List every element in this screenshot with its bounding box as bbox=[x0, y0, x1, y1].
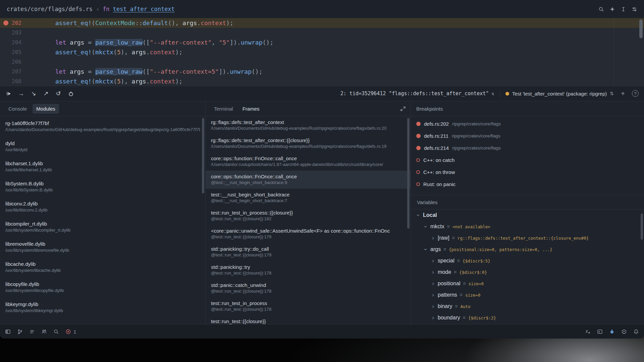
editor-controls-icon[interactable] bbox=[631, 6, 637, 12]
variable-row[interactable]: ›mkctx=<not available> bbox=[411, 221, 644, 232]
diagnostics-indicator[interactable]: 1 bbox=[65, 328, 76, 335]
breakpoint-item[interactable]: defs.rs:214ripgrep/crates/core/flags bbox=[411, 142, 644, 154]
restart-button[interactable]: ↺ bbox=[55, 90, 62, 97]
toggle-left-dock-icon[interactable] bbox=[5, 328, 11, 335]
stack-frame[interactable]: test::run_test::{{closure}} bbox=[206, 315, 411, 324]
module-item[interactable]: rg-1a60ff0cfe77f7bf/Users/danilo/Documen… bbox=[0, 117, 205, 137]
breakpoint-item[interactable]: defs.rs:211ripgrep/crates/core/flags bbox=[411, 130, 644, 142]
chevron-right-icon[interactable]: › bbox=[431, 303, 435, 310]
stack-frame[interactable]: std::panicking::try::do_call@test::run_t… bbox=[206, 243, 411, 261]
debug-session-icon[interactable] bbox=[621, 328, 627, 335]
line-gutter[interactable]: 203 bbox=[0, 28, 26, 38]
search-icon[interactable] bbox=[53, 328, 59, 335]
git-branch-icon[interactable] bbox=[17, 328, 23, 335]
variables-scrollbar[interactable] bbox=[641, 214, 643, 240]
breakpoint-item[interactable]: defs.rs:202ripgrep/crates/core/flags bbox=[411, 118, 644, 130]
code-line[interactable]: 202 assert_eq!(ContextMode::default(), a… bbox=[0, 18, 644, 28]
stack-frame[interactable]: std::panicking::try@test::run_test::{{cl… bbox=[206, 261, 411, 279]
stop-button[interactable] bbox=[67, 90, 74, 97]
stack-frame[interactable]: <core::panic::unwind_safe::AssertUnwindS… bbox=[206, 225, 411, 243]
breakpoint-item[interactable]: Rust: on panic bbox=[411, 178, 644, 190]
new-session-button[interactable]: + bbox=[619, 90, 627, 98]
code-line[interactable]: 207 let args = parse_low_raw(["--after-c… bbox=[0, 67, 644, 76]
line-gutter[interactable]: 206 bbox=[0, 57, 26, 67]
variable-row[interactable]: ›[raw]=rg::flags::defs::test_after_conte… bbox=[411, 232, 644, 244]
chevron-right-icon[interactable]: › bbox=[431, 269, 435, 276]
variable-row[interactable]: ›binary=Auto bbox=[411, 301, 644, 312]
variable-row[interactable]: ›special={$discr$:5} bbox=[411, 255, 644, 266]
chevron-down-icon[interactable]: › bbox=[422, 225, 429, 229]
session-indicator[interactable]: Test 'test_after_context' (package: ripg… bbox=[505, 91, 614, 97]
module-item[interactable]: libSystem.B.dylib/usr/lib/libSystem.B.dy… bbox=[0, 177, 205, 197]
variable-row[interactable]: ›mode={$discr$:0} bbox=[411, 266, 644, 278]
code-line[interactable]: 208 assert_eq!(mkctx(5), args.context); bbox=[0, 76, 644, 86]
stack-frame[interactable]: test::__rust_begin_short_backtrace@test:… bbox=[206, 189, 411, 207]
stack-frame[interactable]: test::run_test_in_process@test::run_test… bbox=[206, 297, 411, 315]
variable-row[interactable]: ›patterns=size=0 bbox=[411, 289, 644, 301]
chevron-right-icon[interactable]: › bbox=[431, 292, 435, 298]
stack-frame[interactable]: test::run_test_in_process::{{closure}}@t… bbox=[206, 207, 411, 225]
variable-row[interactable]: ›positional=size=0 bbox=[411, 278, 644, 289]
breadcrumb-file-path[interactable]: crates/core/flags/defs.rs bbox=[7, 6, 93, 12]
tab-modules[interactable]: Modules bbox=[33, 104, 59, 114]
variable-row[interactable]: ›boundary={$discr$:2} bbox=[411, 312, 644, 323]
breadcrumb[interactable]: crates/core/flags/defs.rs › fn test_afte… bbox=[7, 6, 175, 12]
help-button[interactable]: ? bbox=[632, 90, 639, 97]
step-over-button[interactable]: → bbox=[18, 90, 24, 97]
breadcrumb-symbol[interactable]: test_after_context bbox=[113, 6, 175, 12]
line-gutter[interactable]: 204 bbox=[0, 38, 26, 47]
stack-frame[interactable]: std::panic::catch_unwind@test::run_test:… bbox=[206, 279, 411, 297]
variable-row[interactable]: ›Local bbox=[411, 209, 644, 221]
step-into-button[interactable]: ↘ bbox=[30, 90, 37, 97]
chevron-right-icon[interactable]: › bbox=[431, 235, 435, 241]
assistant-sparkle-icon[interactable] bbox=[609, 6, 615, 12]
code-line[interactable]: 204 let args = parse_low_raw(["--after-c… bbox=[0, 38, 644, 47]
module-item[interactable]: libkeymgr.dylib/usr/lib/system/libkeymgr… bbox=[0, 298, 205, 318]
module-item[interactable]: libiconv.2.dylib/usr/lib/libiconv.2.dyli… bbox=[0, 197, 205, 218]
line-gutter[interactable]: 207 bbox=[0, 67, 26, 76]
stack-frame[interactable]: core::ops::function::FnOnce::call_once/U… bbox=[206, 153, 411, 171]
continue-button[interactable] bbox=[5, 90, 12, 97]
search-icon[interactable] bbox=[598, 6, 604, 12]
notifications-bell-icon[interactable] bbox=[633, 328, 639, 335]
module-item[interactable]: libcache.dylib/usr/lib/system/libcache.d… bbox=[0, 258, 205, 278]
line-gutter[interactable]: 205 bbox=[0, 47, 26, 57]
chevron-right-icon[interactable]: › bbox=[431, 257, 435, 264]
editor-scrollbar[interactable] bbox=[639, 19, 643, 38]
module-item[interactable]: dyld/usr/lib/dyld bbox=[0, 137, 205, 157]
module-item[interactable]: libcompiler_rt.dylib/usr/lib/system/libc… bbox=[0, 218, 205, 238]
module-item[interactable]: libcopyfile.dylib/usr/lib/system/libcopy… bbox=[0, 278, 205, 298]
chevron-right-icon[interactable]: › bbox=[431, 280, 435, 287]
variable-row[interactable]: ›args={positional:size=0, patterns:size=… bbox=[411, 244, 644, 255]
inline-assist-icon[interactable] bbox=[620, 6, 626, 12]
thread-selector[interactable]: 2: tid=35296412 "flags::defs::test_after… bbox=[340, 90, 494, 97]
code-line[interactable]: 203 bbox=[0, 28, 644, 38]
chevron-right-icon[interactable]: › bbox=[431, 314, 435, 321]
terminal-icon[interactable] bbox=[597, 328, 603, 335]
code-editor[interactable]: 202 assert_eq!(ContextMode::default(), a… bbox=[0, 18, 644, 86]
code-line[interactable]: 206 bbox=[0, 57, 644, 67]
breakpoint-dot[interactable] bbox=[3, 20, 8, 25]
collaborators-icon[interactable] bbox=[41, 328, 47, 335]
frames-scrollbar[interactable] bbox=[407, 118, 410, 229]
stack-frame[interactable]: rg::flags::defs::test_after_context/User… bbox=[206, 116, 411, 134]
line-gutter[interactable]: 208 bbox=[0, 76, 26, 86]
module-item[interactable]: libcharset.1.dylib/usr/lib/libcharset.1.… bbox=[0, 157, 205, 177]
chevron-down-icon[interactable]: › bbox=[422, 247, 429, 251]
breakpoint-item[interactable]: C++: on throw bbox=[411, 166, 644, 178]
tab-frames[interactable]: Frames bbox=[239, 104, 263, 114]
breakpoint-item[interactable]: C++: on catch bbox=[411, 154, 644, 166]
stack-frame[interactable]: core::ops::function::FnOnce::call_once@t… bbox=[206, 171, 411, 189]
tab-console[interactable]: Console bbox=[5, 104, 31, 114]
jump-to-icon[interactable] bbox=[585, 328, 591, 335]
modules-scrollbar[interactable] bbox=[202, 118, 204, 193]
chevron-down-icon[interactable]: › bbox=[415, 213, 422, 217]
task-list-icon[interactable] bbox=[29, 328, 35, 335]
expand-panel-icon[interactable] bbox=[400, 106, 406, 112]
line-gutter[interactable]: 202 bbox=[0, 18, 26, 28]
stack-frame[interactable]: rg::flags::defs::test_after_context::{{c… bbox=[206, 134, 411, 153]
tab-terminal[interactable]: Terminal bbox=[210, 104, 237, 114]
module-item[interactable]: libremovefile.dylib/usr/lib/system/libre… bbox=[0, 238, 205, 258]
code-line[interactable]: 205 assert_eq!(mkctx(5), args.context); bbox=[0, 47, 644, 57]
step-out-button[interactable]: ↗ bbox=[43, 90, 49, 97]
